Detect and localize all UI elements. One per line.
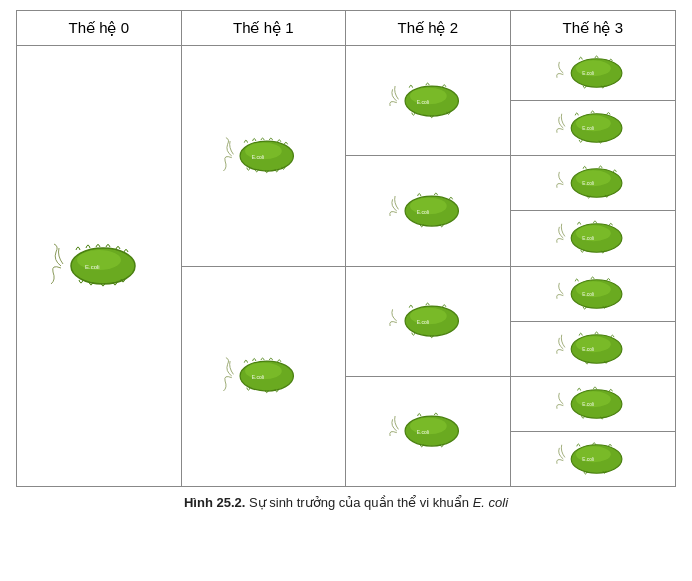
col3-e0: E.coli [511,46,676,101]
bacteria-3-3: E.coli [553,219,633,257]
svg-text:E.coli: E.coli [582,292,594,297]
col1-bottom: E.coli [182,267,346,487]
svg-text:E.coli: E.coli [417,319,429,325]
figure-caption: Hình 25.2. Sự sinh trưởng của quần thể v… [184,495,508,510]
col3-e4: E.coli [511,267,676,322]
svg-text:E.coli: E.coli [582,237,594,242]
header-col2: Thế hệ 2 [346,11,511,45]
bacteria-1-1: E.coli [223,356,303,396]
header-row: Thế hệ 0 Thế hệ 1 Thế hệ 2 Thế hệ 3 [17,11,675,46]
col1-top: E.coli [182,46,346,267]
svg-text:E.coli: E.coli [85,264,100,270]
svg-text:E.coli: E.coli [582,347,594,352]
col3-e5: E.coli [511,322,676,377]
col3-e6: E.coli [511,377,676,432]
caption-bold: Hình 25.2. [184,495,245,510]
header-col1: Thế hệ 1 [182,11,347,45]
col3-e7: E.coli [511,432,676,486]
main-table: Thế hệ 0 Thế hệ 1 Thế hệ 2 Thế hệ 3 [16,10,676,487]
bacteria-2-2: E.coli [388,301,468,341]
svg-text:E.coli: E.coli [582,182,594,187]
col1: E.coli E.coli [182,46,347,486]
col2: E.coli E.coli [346,46,511,486]
header-col3: Thế hệ 3 [511,11,676,45]
bacteria-2-3: E.coli [388,411,468,451]
bacteria-0-0: E.coli [51,242,146,290]
bacteria-2-0: E.coli [388,81,468,121]
col2-q1: E.coli [346,156,510,266]
svg-text:E.coli: E.coli [582,127,594,132]
col0: E.coli [17,46,182,486]
bacteria-2-1: E.coli [388,191,468,231]
bacteria-3-6: E.coli [553,385,633,423]
svg-text:E.coli: E.coli [582,71,594,76]
col2-q3: E.coli [346,377,510,486]
svg-text:E.coli: E.coli [417,208,429,214]
header-col0: Thế hệ 0 [17,11,182,45]
col2-q0: E.coli [346,46,510,156]
svg-text:E.coli: E.coli [417,429,429,435]
bacteria-3-5: E.coli [553,330,633,368]
bacteria-3-7: E.coli [553,440,633,478]
caption-text: Sự sinh trưởng của quần thể vi khuẩn [245,495,472,510]
bacteria-3-0: E.coli [553,54,633,92]
col3: E.coli E.coli [511,46,676,486]
bacteria-3-1: E.coli [553,109,633,147]
svg-text:E.coli: E.coli [252,153,264,159]
svg-text:E.coli: E.coli [252,374,264,380]
bacteria-3-2: E.coli [553,164,633,202]
col2-q2: E.coli [346,267,510,377]
svg-text:E.coli: E.coli [582,402,594,407]
col3-e2: E.coli [511,156,676,211]
svg-text:E.coli: E.coli [582,457,594,462]
col3-e1: E.coli [511,101,676,156]
bacteria-3-4: E.coli [553,275,633,313]
col3-e3: E.coli [511,211,676,266]
table-body: E.coli [17,46,675,486]
caption-italic: E. coli [473,495,508,510]
svg-text:E.coli: E.coli [417,98,429,104]
bacteria-1-0: E.coli [223,136,303,176]
